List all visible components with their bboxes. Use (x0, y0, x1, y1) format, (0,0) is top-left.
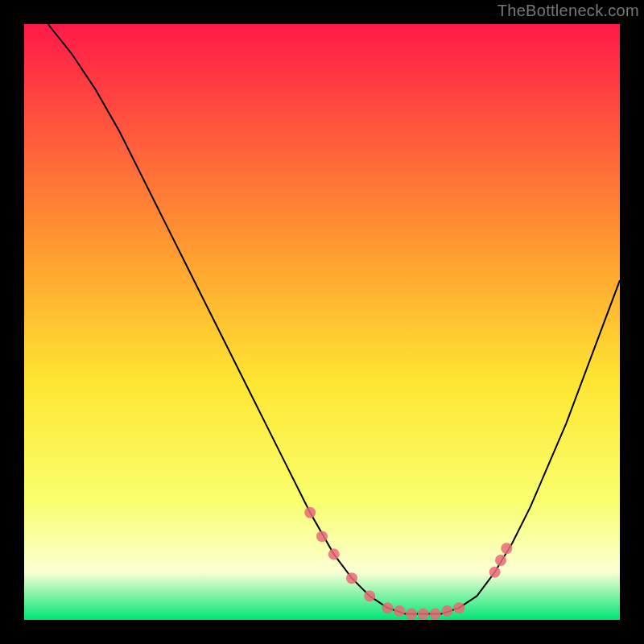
data-marker (430, 609, 441, 620)
data-marker (418, 609, 429, 620)
data-marker (316, 530, 328, 542)
data-marker (346, 572, 357, 584)
data-marker (394, 605, 405, 617)
data-marker (364, 590, 375, 601)
data-marker (489, 567, 501, 578)
gradient-rect (24, 24, 620, 620)
app-frame: TheBottleneck.com (0, 0, 644, 644)
plot-area (24, 24, 620, 620)
data-marker (304, 507, 316, 518)
data-marker (453, 602, 464, 613)
data-marker (328, 549, 340, 560)
chart-svg (24, 24, 620, 620)
data-marker (406, 609, 417, 620)
data-marker (501, 543, 512, 554)
data-marker (382, 602, 393, 613)
data-marker (441, 605, 452, 617)
attribution-text: TheBottleneck.com (497, 2, 639, 20)
data-marker (495, 555, 506, 566)
